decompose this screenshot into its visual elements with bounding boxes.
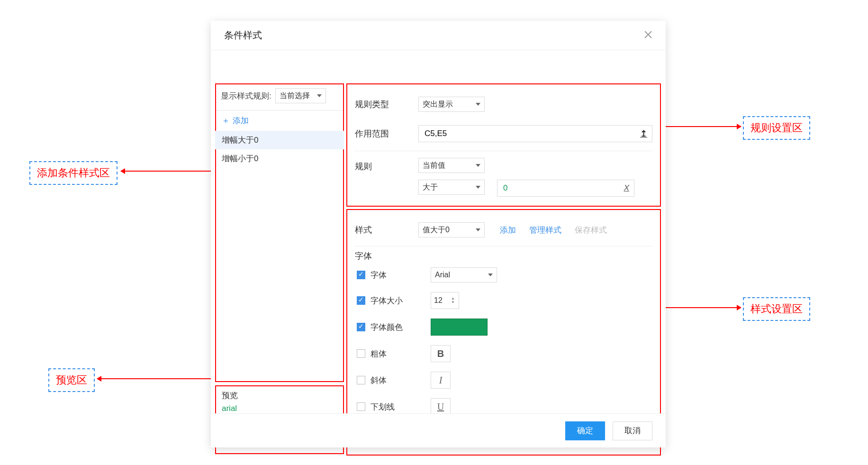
font-family-checkbox-label[interactable]: 字体 <box>355 269 421 281</box>
rule-compare-input[interactable] <box>502 183 624 193</box>
bold-text: 粗体 <box>371 348 387 359</box>
rule-item-1-label: 增幅小于0 <box>222 154 258 163</box>
callout-preview-zone: 预览区 <box>48 368 95 392</box>
font-color-checkbox-label[interactable]: 字体颜色 <box>355 321 421 333</box>
style-manage-link[interactable]: 管理样式 <box>529 225 561 236</box>
arrow-preview-zone <box>97 378 214 379</box>
style-link-actions: 添加 管理样式 保存样式 <box>500 225 607 236</box>
rule-compare-input-wrap: X <box>497 180 634 197</box>
rule-range-label: 作用范围 <box>355 128 407 139</box>
font-family-checkbox[interactable] <box>357 271 365 279</box>
callout-rule-zone: 规则设置区 <box>743 116 810 140</box>
callout-preview-zone-text: 预览区 <box>56 374 87 386</box>
style-select-row: 样式 值大于0 添加 管理样式 保存样式 <box>355 216 652 244</box>
rule-settings-panel: 规则类型 突出显示 作用范围 ↥ 规则 <box>346 83 661 210</box>
close-icon[interactable] <box>644 30 652 41</box>
chevron-down-icon <box>476 164 480 167</box>
ok-button[interactable]: 确定 <box>565 421 605 440</box>
rule-target-value: 当前值 <box>423 161 445 171</box>
rule-range-input-wrap: ↥ <box>418 125 652 142</box>
range-picker-icon[interactable]: ↥ <box>640 128 647 139</box>
font-size-stepper[interactable]: 12 ▲ ▼ <box>431 292 459 309</box>
callout-style-zone-text: 样式设置区 <box>750 303 803 315</box>
callout-add-zone: 添加条件样式区 <box>29 161 118 185</box>
chevron-down-icon <box>476 103 480 106</box>
dialog-title: 条件样式 <box>224 29 262 42</box>
formula-x-icon[interactable]: X <box>624 183 629 193</box>
rule-cond-label: 规则 <box>355 158 407 172</box>
font-color-text: 字体颜色 <box>371 322 403 333</box>
dialog-footer: 确定 取消 <box>211 413 666 447</box>
rule-type-value: 突出显示 <box>423 100 453 109</box>
style-add-link[interactable]: 添加 <box>500 225 516 236</box>
add-rule-button[interactable]: ＋ 添加 <box>215 110 344 131</box>
rule-item-0[interactable]: 增幅大于0 <box>215 131 344 149</box>
italic-glyph: I <box>439 375 443 386</box>
rule-range-row: 作用范围 ↥ <box>355 119 652 149</box>
style-save-link: 保存样式 <box>575 225 607 236</box>
rule-type-label: 规则类型 <box>355 99 407 110</box>
bold-glyph: B <box>437 348 444 359</box>
style-preset-select[interactable]: 值大于0 <box>418 222 485 237</box>
font-color-row: 字体颜色 <box>355 314 652 340</box>
font-color-checkbox[interactable] <box>357 323 365 331</box>
cancel-button-label: 取消 <box>624 425 641 436</box>
left-rules-panel: 显示样式规则: 当前选择 ＋ 添加 增幅大于0 增幅小于0 <box>215 83 344 168</box>
ok-button-label: 确定 <box>577 425 593 436</box>
italic-row: 斜体 I <box>355 367 652 393</box>
stepper-down-icon[interactable]: ▼ <box>450 301 456 304</box>
bold-row: 粗体 B <box>355 340 652 367</box>
cancel-button[interactable]: 取消 <box>613 421 652 440</box>
font-size-text: 字体大小 <box>371 295 403 306</box>
rule-scope-label: 显示样式规则: <box>221 91 271 101</box>
chevron-down-icon <box>476 186 480 189</box>
font-size-checkbox[interactable] <box>357 296 365 305</box>
plus-icon: ＋ <box>222 115 230 126</box>
rule-type-row: 规则类型 突出显示 <box>355 90 652 119</box>
arrow-style-zone <box>661 307 741 308</box>
rule-op-value: 大于 <box>423 182 438 192</box>
italic-text: 斜体 <box>371 375 387 386</box>
underline-button[interactable]: U <box>431 398 451 415</box>
italic-checkbox[interactable] <box>357 376 365 384</box>
underline-checkbox-label[interactable]: 下划线 <box>355 401 421 412</box>
bold-checkbox-label[interactable]: 粗体 <box>355 348 421 359</box>
add-rule-label: 添加 <box>233 115 249 126</box>
conditional-style-dialog: 条件样式 显示样式规则: 当前选择 <box>211 21 666 447</box>
rule-scope-value: 当前选择 <box>280 91 310 101</box>
bold-button[interactable]: B <box>431 345 451 362</box>
callout-add-zone-text: 添加条件样式区 <box>37 167 110 179</box>
font-size-checkbox-label[interactable]: 字体大小 <box>355 295 421 306</box>
stage: 添加条件样式区 预览区 规则设置区 样式设置区 条件样式 <box>0 0 868 465</box>
underline-text: 下划线 <box>371 401 395 412</box>
rule-item-1[interactable]: 增幅小于0 <box>215 149 344 168</box>
font-family-text: 字体 <box>371 270 387 281</box>
preview-sample: arial <box>222 404 337 413</box>
chevron-down-icon <box>476 228 480 231</box>
font-family-value: Arial <box>435 271 450 279</box>
font-size-row: 字体大小 12 ▲ ▼ <box>355 287 652 314</box>
font-family-row: 字体 Arial <box>355 263 652 287</box>
rule-range-input[interactable] <box>424 128 640 139</box>
rule-op-select[interactable]: 大于 <box>418 180 485 195</box>
font-color-swatch[interactable] <box>431 319 488 336</box>
style-label: 样式 <box>355 224 407 236</box>
italic-button[interactable]: I <box>431 372 451 389</box>
font-family-select[interactable]: Arial <box>431 267 497 283</box>
rule-scope-row: 显示样式规则: 当前选择 <box>215 83 344 110</box>
rule-item-0-label: 增幅大于0 <box>222 136 258 145</box>
style-preset-value: 值大于0 <box>423 225 450 235</box>
font-section-title: 字体 <box>355 246 652 263</box>
bold-checkbox[interactable] <box>357 349 365 358</box>
preview-title: 预览 <box>222 390 337 401</box>
arrow-rule-zone <box>661 126 741 127</box>
underline-glyph: U <box>437 401 444 412</box>
italic-checkbox-label[interactable]: 斜体 <box>355 374 421 386</box>
callout-rule-zone-text: 规则设置区 <box>750 122 803 134</box>
arrow-add-zone <box>121 171 214 172</box>
rule-scope-select[interactable]: 当前选择 <box>275 88 326 103</box>
underline-checkbox[interactable] <box>357 402 365 411</box>
rule-type-select[interactable]: 突出显示 <box>418 97 485 112</box>
rule-target-select[interactable]: 当前值 <box>418 158 485 173</box>
chevron-down-icon <box>488 274 493 276</box>
